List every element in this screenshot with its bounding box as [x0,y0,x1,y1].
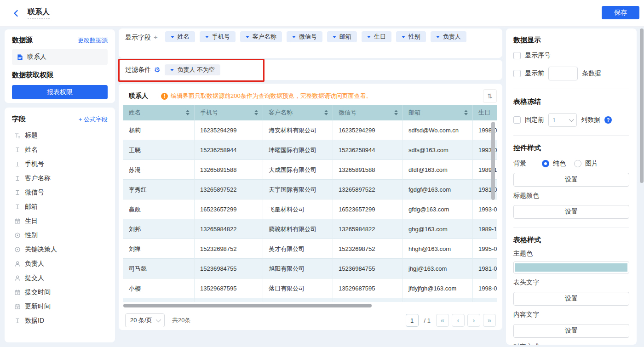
settings-panel: 数据显示 显示序号 显示前 条数据 表格冻结 固定前 1 列数据 ? 控件样式 … [506,28,637,345]
table-row[interactable]: 杨莉16235294299海安材料有限公司16235294299sdfsd@Wo… [123,120,497,140]
table-cell: 15236984755 [195,259,263,279]
back-button[interactable] [12,9,20,17]
datasource-item[interactable]: 联系人 [12,49,108,65]
save-button[interactable]: 保存 [602,6,639,19]
freeze-checkbox[interactable] [513,116,521,124]
horizontal-scrollbar-thumb[interactable] [123,304,372,307]
table-vertical-scrollbar[interactable] [491,122,495,200]
table-row[interactable] [123,298,497,302]
table-cell: 16523657299 [333,199,403,219]
column-header-姓名[interactable]: 姓名 [123,105,195,120]
chip-label: 手机号 [212,33,230,41]
column-header-手机号[interactable]: 手机号 [195,105,263,120]
field-item-提交人[interactable]: 提交人 [12,271,108,285]
filter-condition-chip[interactable]: 负责人 不为空 [165,64,220,75]
column-header-客户名称[interactable]: 客户名称 [263,105,333,120]
field-item-关键决策人[interactable]: 关键决策人 [12,242,108,256]
filter-panel: 过滤条件 ⚙ 负责人 不为空 [119,60,502,80]
field-item-性别[interactable]: 性别 [12,228,108,242]
sort-toggle-button[interactable]: ⇅ [483,89,497,103]
field-item-客户名称[interactable]: 客户名称 [12,171,108,185]
show-index-checkbox[interactable] [513,52,521,59]
content-text-set-button[interactable]: 设置 [513,324,629,338]
header-text-set-button[interactable]: 设置 [513,292,629,306]
column-header-邮箱[interactable]: 邮箱 [403,105,473,120]
add-formula-field-link[interactable]: + 公式字段 [79,115,108,124]
next-page-button[interactable]: › [467,314,480,327]
display-field-chip-负责人[interactable]: 负责人 [431,31,466,42]
date-field-icon [14,289,21,296]
table-row[interactable]: 刘禅15232698752英才有限公司15232698752hhgh@163.c… [123,239,497,259]
sort-carets-icon[interactable] [186,110,190,115]
page-number-input[interactable]: 1 [406,314,419,327]
display-field-chip-手机号[interactable]: 手机号 [200,31,236,42]
last-page-button[interactable]: » [483,314,496,327]
filter-settings-gear-icon[interactable]: ⚙ [154,66,160,74]
table-horizontal-scrollbar[interactable] [123,303,497,308]
display-field-chip-姓名[interactable]: 姓名 [165,31,195,42]
add-display-field-button[interactable]: + [154,33,158,41]
theme-color-swatch[interactable] [513,262,629,273]
prev-page-button[interactable]: ‹ [452,314,465,327]
report-permission-button[interactable]: 报表权限 [12,85,108,99]
column-header-生日[interactable]: 生日 [473,105,497,120]
column-header-微信号[interactable]: 微信号 [333,105,403,120]
table-row[interactable]: 王晓15236258944坤曜国际有限公司15236258944sdfs@163… [123,140,497,160]
field-item-生日[interactable]: 生日 [12,214,108,228]
display-field-chip-性别[interactable]: 性别 [396,31,426,42]
sort-carets-icon[interactable] [324,110,328,115]
display-field-chip-微信号[interactable]: 微信号 [287,31,322,42]
table-cell: 13265984822 [195,219,263,239]
background-set-button[interactable]: 设置 [513,173,629,187]
pager-buttons: «‹›» [436,314,496,327]
warning-text: 编辑界面只取数据源前200条作为查询数据预览，完整数据请访问页面查看。 [171,92,372,100]
display-field-chip-邮箱[interactable]: 邮箱 [327,31,357,42]
background-image-option[interactable]: 图片 [574,159,598,168]
table-row[interactable]: 小樱13529687595落日有限公司13529687595jfdyjfgh@1… [123,279,497,298]
table-cell: 1993-08 [473,199,497,219]
chevron-down-icon [436,36,440,38]
table-row[interactable]: 司马懿15236984755旭阳有限公司15236984755jhgj@163.… [123,259,497,279]
field-item-姓名[interactable]: 姓名 [12,142,108,157]
field-item-数据ID[interactable]: 数据ID [12,313,108,328]
field-item-微信号[interactable]: 微信号 [12,185,108,199]
permission-title: 数据获取权限 [12,71,108,80]
table-row[interactable]: 苏漫13265891588大成国际有限公司13265891588dfdf@163… [123,160,497,180]
page-size-select[interactable]: 20 条/页 [125,313,165,327]
sort-carets-icon[interactable] [254,110,258,115]
fields-list: 标题姓名手机号客户名称微信号邮箱生日性别关键决策人负责人提交人提交时间更新时间数… [12,128,108,328]
page-scrollbar[interactable] [640,28,644,345]
table-row[interactable]: 刘邦13265984822腾骏材料有限公司13265984822ghg@163.… [123,219,497,239]
field-item-手机号[interactable]: 手机号 [12,157,108,171]
show-first-count-input[interactable] [548,67,578,80]
freeze-count-select[interactable]: 1 [548,113,577,127]
field-item-邮箱[interactable]: 邮箱 [12,199,108,214]
table-row[interactable]: 李秀红13265897522天宇国际有限公司13265897522fgdgf@1… [123,180,497,199]
help-icon[interactable]: ? [604,116,612,124]
field-item-负责人[interactable]: 负责人 [12,256,108,271]
field-item-更新时间[interactable]: 更新时间 [12,299,108,313]
table-cell: 王晓 [123,140,195,160]
display-field-chip-客户名称[interactable]: 客户名称 [240,31,282,42]
title-color-set-button[interactable]: 设置 [513,205,629,219]
field-item-标题[interactable]: 标题 [12,128,108,142]
change-datasource-link[interactable]: 更改数据源 [78,36,108,45]
sort-carets-icon[interactable] [394,110,398,115]
display-field-chip-生日[interactable]: 生日 [362,31,391,42]
image-radio[interactable] [574,160,581,167]
table-cell: fgdgf@163.com [403,180,473,199]
solid-radio[interactable] [542,160,549,167]
show-first-label: 显示前 [525,69,544,78]
field-label: 更新时间 [25,302,51,311]
total-count: 共20条 [172,316,190,324]
background-solid-option[interactable]: 纯色 [542,159,566,168]
table-cell: 英才有限公司 [263,239,333,259]
page-scrollbar-thumb[interactable] [640,28,644,183]
field-item-提交时间[interactable]: 提交时间 [12,285,108,299]
table-row[interactable]: 嬴政16523657299飞星材料公司16523657299gfdg@163.c… [123,199,497,219]
show-first-checkbox[interactable] [513,70,521,77]
sort-carets-icon[interactable] [464,110,468,115]
first-page-button[interactable]: « [436,314,449,327]
page-size-value: 20 条/页 [130,316,152,324]
theme-color-label: 主题色 [513,250,629,258]
